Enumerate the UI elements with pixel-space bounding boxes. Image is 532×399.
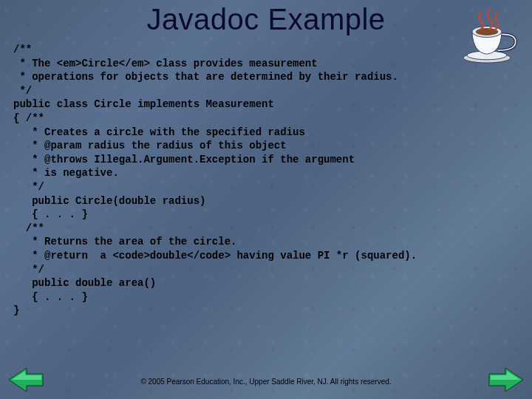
next-button[interactable] (488, 365, 525, 395)
code-block: /** * The <em>Circle</em> class provides… (13, 43, 525, 318)
prev-button[interactable] (7, 365, 44, 395)
page-title: Javadoc Example (0, 0, 532, 36)
copyright-footer: © 2005 Pearson Education, Inc., Upper Sa… (0, 378, 532, 386)
